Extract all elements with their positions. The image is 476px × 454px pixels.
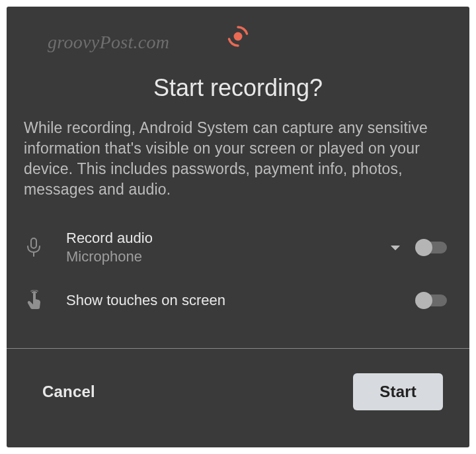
record-icon	[227, 25, 249, 50]
record-audio-toggle[interactable]	[415, 238, 452, 257]
dialog-description: While recording, Android System can capt…	[7, 118, 469, 200]
show-touches-labels: Show touches on screen	[66, 292, 415, 309]
show-touches-row: Show touches on screen	[24, 279, 452, 322]
record-audio-labels: Record audio Microphone	[66, 230, 376, 265]
cancel-button[interactable]: Cancel	[42, 383, 95, 401]
touch-icon	[24, 290, 66, 311]
options-section: Record audio Microphone	[7, 226, 469, 332]
record-audio-row: Record audio Microphone	[24, 226, 452, 269]
record-audio-sublabel: Microphone	[66, 248, 376, 265]
chevron-down-icon	[391, 242, 400, 253]
mic-icon	[24, 237, 66, 258]
record-audio-label: Record audio	[66, 230, 376, 247]
show-touches-toggle[interactable]	[415, 291, 452, 310]
dialog-actions: Cancel Start	[7, 349, 469, 435]
dialog-title: Start recording?	[7, 74, 469, 102]
start-recording-dialog: groovyPost.com Start recording? While re…	[7, 7, 469, 447]
svg-rect-1	[31, 238, 36, 248]
watermark-text: groovyPost.com	[48, 32, 169, 53]
show-touches-label: Show touches on screen	[66, 292, 415, 309]
start-button[interactable]: Start	[353, 373, 443, 410]
audio-source-dropdown[interactable]	[376, 242, 415, 253]
svg-point-0	[234, 32, 243, 41]
